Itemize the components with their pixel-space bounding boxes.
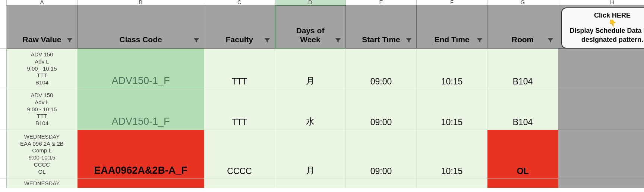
pointing-down-icon: 👇: [566, 20, 644, 27]
cell-start[interactable]: 09:00: [346, 89, 417, 130]
cell-class-code[interactable]: ADV150-1_F: [78, 49, 204, 89]
header-days-of-week[interactable]: Days of Week: [275, 5, 346, 49]
cell-end[interactable]: 10:15: [417, 89, 487, 130]
row-header[interactable]: [0, 89, 7, 130]
cell-day[interactable]: [275, 179, 346, 188]
col-letter-H[interactable]: H: [558, 0, 644, 5]
header-end-time[interactable]: End Time: [417, 5, 487, 49]
cell-raw-value[interactable]: WEDNESDAY EAA 096 2A & 2B Comp L 9:00-10…: [7, 130, 78, 179]
cell-raw-value[interactable]: WEDNESDAY: [7, 179, 78, 188]
filter-icon[interactable]: [66, 37, 73, 44]
cell-empty[interactable]: [558, 130, 644, 179]
col-letter-G[interactable]: G: [487, 0, 558, 5]
row-header-1[interactable]: [0, 5, 7, 49]
cell-end[interactable]: 10:15: [417, 49, 487, 89]
row-header[interactable]: [0, 179, 7, 188]
filter-icon[interactable]: [476, 37, 483, 44]
spreadsheet-grid: A B C D E F G H Raw Value Class Code Fac…: [0, 0, 644, 188]
header-label: Raw Value: [23, 35, 61, 44]
filter-icon[interactable]: [547, 37, 554, 44]
display-schedule-button[interactable]: Click HERE 👇 Display Schedule Data in a …: [561, 7, 644, 49]
cell-raw-value[interactable]: ADV 150 Adv L 9:00 - 10:15 TTT B104: [7, 49, 78, 89]
cell-day[interactable]: 月: [275, 49, 346, 89]
header-class-code[interactable]: Class Code: [78, 5, 204, 49]
cell-faculty[interactable]: [204, 179, 275, 188]
cell-class-code[interactable]: ADV150-1_F: [78, 89, 204, 130]
header-start-time[interactable]: Start Time: [346, 5, 417, 49]
cell-empty[interactable]: [558, 49, 644, 89]
header-button-cell: Click HERE 👇 Display Schedule Data in a …: [558, 5, 644, 49]
cell-class-code[interactable]: EAA0962A&2B-A_F: [78, 130, 204, 179]
cell-day[interactable]: 水: [275, 89, 346, 130]
col-letter-B[interactable]: B: [78, 0, 204, 5]
cell-room[interactable]: B104: [487, 49, 558, 89]
cell-room[interactable]: OL: [487, 130, 558, 179]
filter-icon[interactable]: [263, 37, 271, 44]
header-label: Class Code: [119, 35, 162, 44]
cell-class-code[interactable]: [78, 179, 204, 188]
cell-room[interactable]: [487, 179, 558, 188]
header-room[interactable]: Room: [487, 5, 558, 49]
col-letter-C[interactable]: C: [204, 0, 275, 5]
cell-day[interactable]: 月: [275, 130, 346, 179]
col-letter-F[interactable]: F: [417, 0, 487, 5]
header-label: Faculty: [226, 35, 253, 44]
filter-icon[interactable]: [334, 37, 342, 44]
header-label: Room: [512, 35, 534, 44]
cell-end[interactable]: 10:15: [417, 130, 487, 179]
cell-faculty[interactable]: CCCC: [204, 130, 275, 179]
cell-start[interactable]: 09:00: [346, 130, 417, 179]
cell-faculty[interactable]: TTT: [204, 49, 275, 89]
cell-room[interactable]: B104: [487, 89, 558, 130]
cell-empty[interactable]: [558, 89, 644, 130]
header-label: Start Time: [362, 35, 400, 44]
header-raw-value[interactable]: Raw Value: [7, 5, 78, 49]
filter-icon[interactable]: [193, 37, 200, 44]
cell-raw-value[interactable]: ADV 150 Adv L 9:00 - 10:15 TTT B104: [7, 89, 78, 130]
cell-end[interactable]: [417, 179, 487, 188]
cell-start[interactable]: [346, 179, 417, 188]
col-letter-E[interactable]: E: [346, 0, 417, 5]
row-header[interactable]: [0, 130, 7, 179]
header-faculty[interactable]: Faculty: [204, 5, 275, 49]
corner-cell: [0, 0, 7, 5]
cell-empty[interactable]: [558, 179, 644, 188]
header-label: End Time: [434, 35, 469, 44]
cell-start[interactable]: 09:00: [346, 49, 417, 89]
col-letter-D[interactable]: D: [275, 0, 346, 5]
button-line1: Click HERE: [566, 11, 644, 20]
filter-icon[interactable]: [405, 37, 413, 44]
button-line2: Display Schedule Data in a designated pa…: [566, 27, 644, 44]
cell-faculty[interactable]: TTT: [204, 89, 275, 130]
header-label: Days of Week: [296, 26, 325, 44]
col-letter-A[interactable]: A: [7, 0, 78, 5]
row-header[interactable]: [0, 49, 7, 89]
